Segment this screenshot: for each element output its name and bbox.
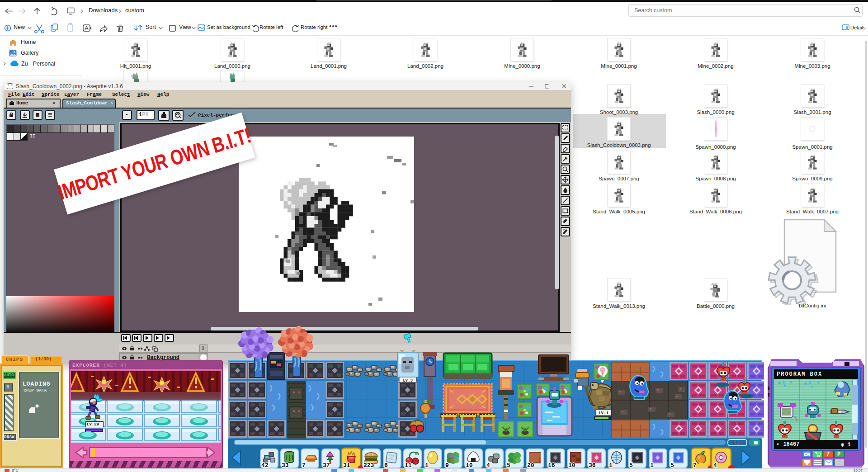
svg-text:LV.1: LV.1: [599, 411, 609, 415]
svg-text:5: 5: [670, 462, 674, 469]
svg-text:37: 37: [323, 462, 330, 469]
svg-text:1: 1: [609, 462, 613, 469]
svg-text:16: 16: [548, 462, 555, 469]
svg-text:5: 5: [507, 462, 510, 469]
svg-text:LV.3: LV.3: [403, 378, 413, 383]
svg-text:1: 1: [425, 462, 429, 469]
svg-text:223: 223: [363, 462, 374, 469]
svg-text:10: 10: [568, 462, 576, 469]
svg-text:5: 5: [629, 462, 633, 469]
svg-text:7: 7: [693, 462, 697, 469]
svg-text:20: 20: [527, 462, 534, 469]
svg-text:7: 7: [302, 462, 306, 469]
svg-text:31: 31: [343, 462, 350, 469]
svg-text:1: 1: [650, 462, 654, 469]
svg-text:9: 9: [445, 462, 449, 469]
svg-text:6: 6: [384, 462, 388, 469]
svg-text:4: 4: [486, 462, 490, 469]
svg-text:11: 11: [405, 462, 412, 469]
svg-text:4: 4: [713, 462, 717, 469]
svg-text:36: 36: [589, 462, 596, 469]
svg-text:10: 10: [466, 462, 473, 469]
svg-text:33: 33: [282, 462, 289, 469]
svg-text:42: 42: [261, 462, 269, 469]
